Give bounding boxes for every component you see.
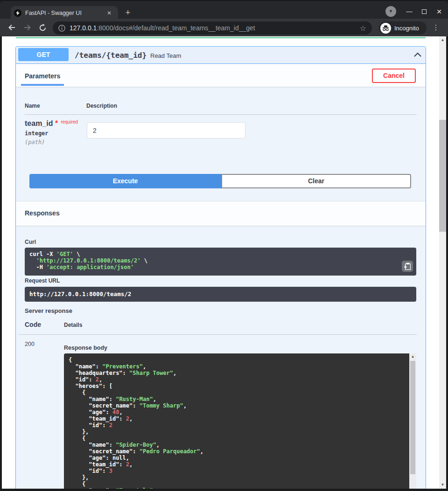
param-name: team_id *required	[25, 119, 78, 128]
response-scrollbar-up-icon[interactable]: ▲	[409, 353, 416, 360]
tab-title: FastAPI - Swagger UI	[25, 10, 105, 16]
back-button[interactable]	[6, 21, 18, 34]
clear-button[interactable]: Clear	[221, 174, 411, 188]
execute-button[interactable]: Execute	[29, 174, 221, 188]
request-url-label: Request URL	[25, 277, 60, 284]
column-header-name: Name	[25, 103, 40, 109]
page-content: GET /teams/{team_id} Read Team Parameter…	[0, 36, 448, 489]
tab-parameters[interactable]: Parameters	[25, 72, 60, 80]
response-scrollbar-thumb[interactable]	[410, 361, 415, 474]
param-location: (path)	[25, 139, 45, 145]
page-scrollbar-up-icon[interactable]: ▲	[439, 36, 446, 44]
bookmark-star-icon[interactable]: ☆	[360, 24, 366, 33]
table-divider	[25, 114, 417, 115]
browser-tab[interactable]: FastAPI - Swagger UI ✕	[11, 6, 118, 20]
curl-label: Curl	[25, 239, 36, 245]
column-header-details: Details	[64, 322, 82, 328]
tab-header	[16, 64, 426, 87]
window-maximize-button[interactable]	[419, 6, 430, 17]
responses-divider	[19, 334, 417, 335]
forward-button[interactable]	[21, 21, 34, 34]
server-response-label: Server response	[25, 307, 72, 314]
page-scrollbar-thumb[interactable]	[439, 120, 446, 232]
incognito-badge: Incognito	[379, 21, 427, 35]
incognito-label: Incognito	[394, 25, 419, 32]
fastapi-favicon-icon	[14, 9, 21, 17]
window-frame-bottom	[0, 489, 448, 491]
window-frame-left	[0, 36, 2, 491]
responses-title: Responses	[25, 209, 60, 217]
response-body-label: Response body	[64, 345, 107, 351]
param-type: integer	[25, 130, 49, 137]
status-code: 200	[25, 341, 35, 347]
page-scrollbar-track[interactable]	[439, 36, 446, 489]
incognito-icon	[380, 23, 391, 34]
endpoint-summary: Read Team	[150, 52, 181, 59]
browser-titlebar: FastAPI - Swagger UI ✕ + ▼ — ✕	[0, 0, 448, 19]
window-frame-right	[446, 36, 448, 491]
cancel-button[interactable]: Cancel	[372, 69, 416, 83]
reload-button[interactable]	[36, 21, 49, 34]
page-scrollbar-down-icon[interactable]: ▼	[439, 481, 446, 489]
tab-close-icon[interactable]: ✕	[105, 10, 113, 16]
responses-section-header	[16, 201, 426, 226]
address-bar[interactable]: 127.0.0.1:8000/docs#/default/read_team_t…	[53, 21, 372, 35]
copy-to-clipboard-button[interactable]	[402, 261, 413, 272]
param-value-input[interactable]	[87, 122, 245, 138]
tab-underline	[21, 84, 64, 86]
url-text: 127.0.0.1:8000/docs#/default/read_team_t…	[70, 24, 360, 32]
window-minimize-button[interactable]: —	[404, 6, 415, 17]
browser-updates-icon[interactable]: ▼	[385, 6, 396, 17]
previous-opblock-edge	[16, 37, 426, 38]
collapse-chevron-icon[interactable]	[413, 52, 422, 57]
browser-menu-icon[interactable]: ⋮	[430, 21, 442, 34]
column-header-code: Code	[25, 321, 41, 328]
request-url-value: http://127.0.0.1:8000/teams/2	[25, 287, 416, 302]
response-body-json: { "name": "Preventers", "headquarters": …	[69, 357, 203, 489]
window-close-button[interactable]: ✕	[434, 6, 445, 17]
endpoint-path: /teams/{team_id}	[75, 51, 147, 60]
method-badge: GET	[18, 48, 69, 61]
curl-command: curl -X 'GET' \ 'http://127.0.0.1:8000/t…	[29, 251, 147, 270]
column-header-description: Description	[86, 103, 117, 109]
site-info-icon[interactable]	[58, 25, 65, 32]
new-tab-button[interactable]: +	[123, 7, 133, 18]
